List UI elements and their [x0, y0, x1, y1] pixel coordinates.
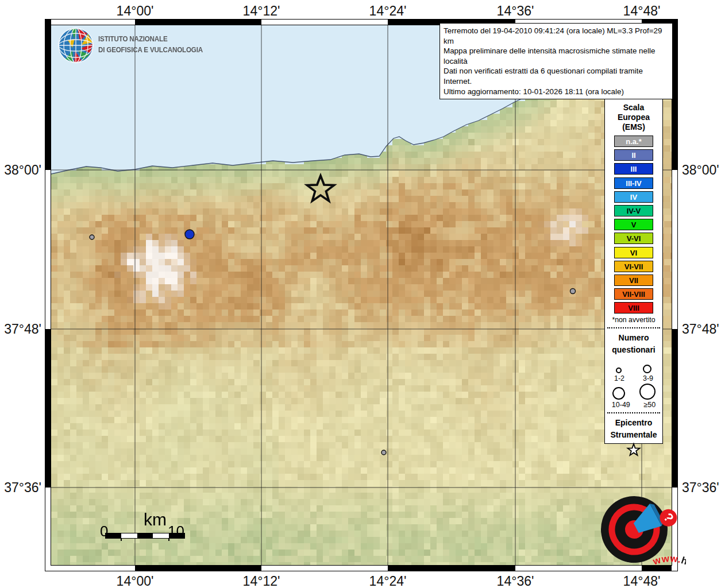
- intensity-chip-v-vi: V-VI: [614, 233, 653, 244]
- lon-axis-label: 14°00': [117, 3, 154, 19]
- questionnaire-size-symbols-row2: [605, 384, 662, 401]
- frame-outline: [51, 25, 672, 566]
- lat-axis-label: 37°48': [682, 322, 719, 337]
- lon-axis-label: 14°24': [369, 574, 407, 588]
- intensity-chip-iv-v: IV-V: [614, 205, 653, 216]
- lat-axis-label: 37°48': [0, 322, 41, 337]
- intensity-chip-ii: II: [614, 149, 653, 161]
- questionnaire-size-label: 1-2: [614, 374, 624, 382]
- intensity-chip-iv: IV: [614, 191, 653, 203]
- questionnaire-size-label: ≥50: [643, 401, 656, 409]
- legend-epicenter-title: EpicentroStrumentale: [605, 417, 662, 441]
- intensity-chip-vii-viii: VII-VIII: [614, 288, 653, 300]
- legend-title-line: Epicentro: [605, 417, 662, 429]
- legend-separator: [607, 327, 660, 328]
- legend-title-line: Strumentale: [605, 429, 662, 441]
- questionnaire-size-circle: [638, 382, 657, 401]
- lon-axis-label: 14°24': [369, 3, 407, 19]
- legend-title-line: (EMS): [605, 122, 662, 132]
- questionnaire-size-circle: [642, 363, 653, 374]
- lat-axis-label: 38°00': [682, 163, 719, 178]
- lat-axis-label: 37°36': [682, 480, 719, 496]
- lon-axis-label: 14°36': [497, 3, 534, 19]
- questionnaire-size-symbols-row1: [605, 357, 662, 374]
- info-box-line: Terremoto del 19-04-2010 09:41:24 (ora l…: [444, 26, 669, 46]
- intensity-chip-vii: VII: [614, 274, 653, 286]
- lon-axis-label: 14°12': [243, 3, 280, 19]
- info-box-line: Ultimo aggiornamento: 10-01-2026 18:11 (…: [444, 87, 669, 97]
- scale-bar-unit: km: [103, 510, 207, 529]
- scale-bar-end: 10: [168, 523, 184, 540]
- intensity-chip-viii: VIII: [614, 302, 653, 314]
- legend-title-line: questionari: [605, 344, 662, 356]
- lon-axis-label: 14°12': [243, 574, 280, 588]
- institute-name-line2: DI GEOFISICA E VULCANOLOGIA: [98, 44, 203, 55]
- info-box-line: Mappa preliminare delle intensità macros…: [444, 46, 669, 66]
- questionnaire-size-label: 3-9: [643, 374, 653, 382]
- legend-footnote: *non avvertito: [605, 316, 662, 324]
- questionnaire-size-labels-row2: 10-49≥50: [605, 401, 662, 409]
- legend-title-line: Europea: [605, 113, 662, 122]
- macroseismic-map-page: { "branding": { "institute_line1": "ISTI…: [0, 0, 721, 588]
- haisentitoilterremoto-watermark: www.haisentitoilterremoto.it ?: [583, 479, 686, 580]
- map-scale-bar: km 0 10: [92, 510, 207, 535]
- intensity-chip-iii: III: [614, 163, 653, 175]
- questionnaire-size-label: 10-49: [612, 401, 630, 409]
- intensity-chip-v: V: [614, 219, 653, 230]
- legend-panel: ScalaEuropea(EMS) n.a.*IIIIIIII-IVIVIV-V…: [604, 99, 663, 444]
- intensity-scale-chips: n.a.*IIIIIIII-IVIVIV-VVV-VIVIVI-VIIVIIVI…: [605, 136, 662, 314]
- legend-title-line: Numero: [605, 332, 662, 344]
- lon-axis-label: 14°36': [497, 574, 534, 588]
- ingv-logo: ISTITUTO NAZIONALE DI GEOFISICA E VULCAN…: [57, 26, 206, 67]
- intensity-chip-vi: VI: [614, 247, 653, 258]
- questionnaire-size-labels-row1: 1-23-9: [605, 374, 662, 382]
- info-box-line: Dati non verificati estratti da 6 questi…: [444, 66, 669, 86]
- questionnaire-size-circle: [611, 386, 626, 401]
- lat-axis-label: 38°00': [0, 163, 41, 178]
- institute-name-line1: ISTITUTO NAZIONALE: [98, 33, 203, 44]
- intensity-chip-iii-iv: III-IV: [614, 177, 653, 189]
- lon-axis-label: 14°00': [117, 574, 154, 588]
- questionnaire-size-circle: [615, 366, 623, 374]
- intensity-chip-n-a-: n.a.*: [614, 136, 653, 147]
- legend-questionnaire-title: Numeroquestionari: [605, 332, 662, 356]
- lon-axis-label: 14°48': [623, 3, 661, 19]
- legend-title-line: Scala: [605, 103, 662, 113]
- legend-epicenter-star-icon: [605, 442, 662, 461]
- legend-scale-title: ScalaEuropea(EMS): [605, 103, 662, 132]
- legend-separator-2: [607, 412, 660, 413]
- lat-axis-label: 37°36': [0, 480, 41, 496]
- scale-bar-start: 0: [100, 523, 108, 540]
- intensity-chip-vi-vii: VI-VII: [614, 261, 653, 272]
- earthquake-info-box: Terremoto del 19-04-2010 09:41:24 (ora l…: [439, 23, 673, 99]
- ingv-globe-icon: [57, 26, 95, 64]
